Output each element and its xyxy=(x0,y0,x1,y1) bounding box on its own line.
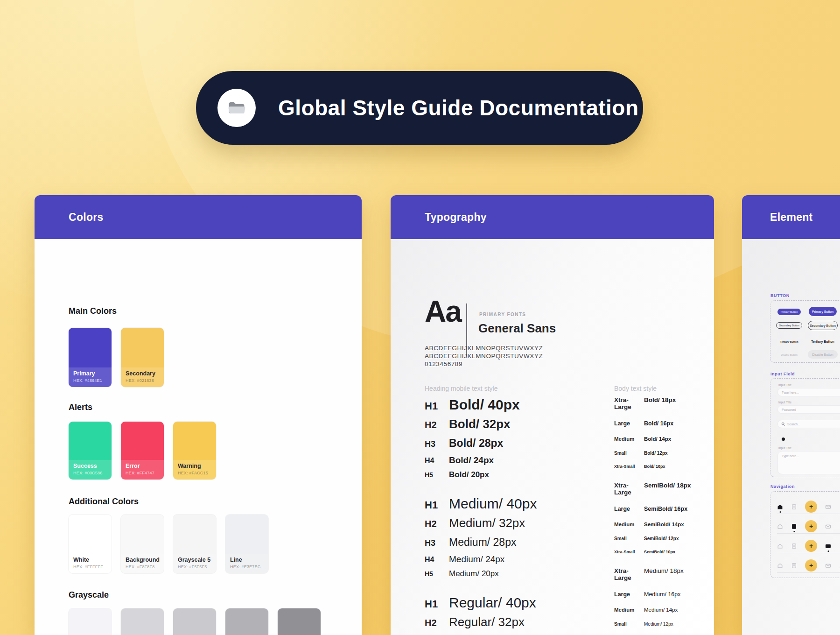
primary-fonts-label: PRIMARY FONTS xyxy=(479,312,526,317)
additional-colors-row: WhiteHEX: #FFFFFF BackgroundHEX: #F8F8F8… xyxy=(69,515,268,573)
plus-icon[interactable]: + xyxy=(805,520,817,532)
heading-styles-label: Heading mobile text style xyxy=(425,385,497,392)
swatch-secondary: SecondaryHEX: #021638 xyxy=(121,328,164,387)
section-heading-alerts: Alerts xyxy=(69,402,92,412)
mail-icon[interactable] xyxy=(825,504,831,510)
swatch-line: LineHEX: #E3E7EC xyxy=(225,515,268,573)
text-input[interactable] xyxy=(777,388,840,396)
document-icon[interactable] xyxy=(791,523,797,529)
home-icon[interactable] xyxy=(777,563,783,569)
font-name: General Sans xyxy=(478,321,556,336)
nav-divider xyxy=(777,572,840,573)
grayscale-row: Grayscale 10HEX: #F2F2F7 Grayscale 20HEX… xyxy=(69,608,321,635)
font-specimen-aa: Aa xyxy=(425,294,461,329)
typography-panel-body: Aa PRIMARY FONTS General Sans ABCDEFGHIJ… xyxy=(391,239,714,635)
primary-button-small[interactable]: Primary Button xyxy=(777,309,801,315)
swatch-grayscale-50: Grayscale 50HEX: #FFCD1A xyxy=(278,608,321,635)
primary-button-large[interactable]: Primary Button xyxy=(809,307,837,316)
input-title-label-2: Input Title xyxy=(778,401,791,404)
button-specimen-box: Primary Button Primary Button Secondary … xyxy=(770,300,840,363)
tertiary-button-large[interactable]: Tertiary Button xyxy=(809,338,837,345)
page-title: Global Style Guide Documentation xyxy=(278,95,639,120)
search-input[interactable] xyxy=(777,420,840,428)
home-icon[interactable] xyxy=(777,543,783,549)
swatch-grayscale-30: Grayscale 30HEX: #FFCD1A xyxy=(173,608,216,635)
nav-divider xyxy=(777,533,840,534)
swatch-success: SuccessHEX: #00C586 xyxy=(69,422,112,480)
swatch-grayscale-40: Grayscale 40HEX: #FFCD1A xyxy=(225,608,268,635)
swatch-grayscale-10: Grayscale 10HEX: #F2F2F7 xyxy=(69,608,112,635)
page-title-pill: Global Style Guide Documentation xyxy=(196,71,643,145)
button-section-label: BUTTON xyxy=(770,293,790,298)
colors-panel-header: Colors xyxy=(35,195,362,239)
home-icon[interactable] xyxy=(777,504,783,510)
plus-icon[interactable]: + xyxy=(805,501,817,513)
swatch-primary: PrimaryHEX: #4864E1 xyxy=(69,328,112,387)
folder-icon xyxy=(217,89,256,127)
swatch-grayscale-5: Grayscale 5HEX: #F5F5F5 xyxy=(173,515,216,573)
nav-bar-row-2: + xyxy=(777,518,840,534)
mail-icon[interactable] xyxy=(825,543,831,549)
typography-panel-title: Typography xyxy=(425,211,487,224)
disable-button-small[interactable]: Disable Button xyxy=(777,352,801,358)
alphabet-specimen: ABCDEFGHIJKLMNOPQRSTUVWXYZ ABCDEFGHIJKLM… xyxy=(425,344,543,368)
section-heading-additional-colors: Additional Colors xyxy=(69,497,139,507)
colors-panel: Colors Main Colors PrimaryHEX: #4864E1 S… xyxy=(35,195,362,635)
document-icon[interactable] xyxy=(791,504,797,510)
navigation-section-label: Navigation xyxy=(770,484,795,489)
element-panel-body: BUTTON Primary Button Primary Button Sec… xyxy=(742,239,840,635)
element-panel-title: Element xyxy=(770,211,813,224)
nav-divider xyxy=(777,514,840,514)
textarea-input[interactable] xyxy=(777,451,840,474)
main-colors-row: PrimaryHEX: #4864E1 SecondaryHEX: #02163… xyxy=(69,328,164,387)
nav-bar-row-3: + xyxy=(777,538,840,554)
section-heading-main-colors: Main Colors xyxy=(69,306,117,316)
colors-panel-body: Main Colors PrimaryHEX: #4864E1 Secondar… xyxy=(35,239,362,635)
password-input[interactable] xyxy=(777,405,840,414)
input-specimen-box: Input Title Input Title Input Title xyxy=(770,378,840,477)
nav-bar-row-4: + xyxy=(777,557,840,573)
input-title-label-3: Input Title xyxy=(778,446,791,450)
navigation-specimen-box: + + + xyxy=(770,491,840,578)
input-section-label: Input Field xyxy=(770,372,795,376)
radio-dot[interactable] xyxy=(782,437,785,441)
mail-icon[interactable] xyxy=(825,563,831,569)
swatch-error: ErrorHEX: #FF4747 xyxy=(121,422,164,480)
alerts-row: SuccessHEX: #00C586 ErrorHEX: #FF4747 Wa… xyxy=(69,422,216,480)
plus-icon[interactable]: + xyxy=(805,540,817,552)
nav-divider xyxy=(777,553,840,553)
home-icon[interactable] xyxy=(777,523,783,529)
nav-bar-row-1: + xyxy=(777,499,840,515)
mail-icon[interactable] xyxy=(825,523,831,529)
disable-button-large[interactable]: Disable Button xyxy=(808,350,838,359)
section-heading-grayscale: Grayscale xyxy=(69,590,109,600)
swatch-warning: WarningHEX: #FACC15 xyxy=(173,422,216,480)
body-styles-column: Xtra-LargeBold/ 18px LargeBold/ 16px Med… xyxy=(614,396,714,635)
swatch-white: WhiteHEX: #FFFFFF xyxy=(69,515,112,573)
style-guide-page: Global Style Guide Documentation Colors … xyxy=(0,0,840,635)
typography-panel: Typography Aa PRIMARY FONTS General Sans… xyxy=(391,195,714,635)
element-panel-header: Element xyxy=(742,195,840,239)
colors-panel-title: Colors xyxy=(69,211,104,224)
input-title-label-1: Input Title xyxy=(778,383,791,387)
body-styles-label: Body text style xyxy=(614,385,657,392)
typography-panel-header: Typography xyxy=(391,195,714,239)
swatch-grayscale-20: Grayscale 20HEX: #D1D1D6 xyxy=(121,608,164,635)
document-icon[interactable] xyxy=(791,543,797,549)
heading-styles-column: H1Bold/ 40px H2Bold/ 32px H3Bold/ 28px H… xyxy=(425,397,602,635)
tertiary-button-small[interactable]: Tertiary Button xyxy=(777,339,801,345)
search-icon xyxy=(781,422,785,426)
plus-icon[interactable]: + xyxy=(805,559,817,572)
swatch-background: BackgroundHEX: #F8F8F8 xyxy=(121,515,164,573)
secondary-button-large[interactable]: Secondary Button xyxy=(808,321,838,330)
element-panel: Element BUTTON Primary Button Primary Bu… xyxy=(742,195,840,635)
document-icon[interactable] xyxy=(791,563,797,569)
secondary-button-small[interactable]: Secondary Button xyxy=(776,322,802,329)
